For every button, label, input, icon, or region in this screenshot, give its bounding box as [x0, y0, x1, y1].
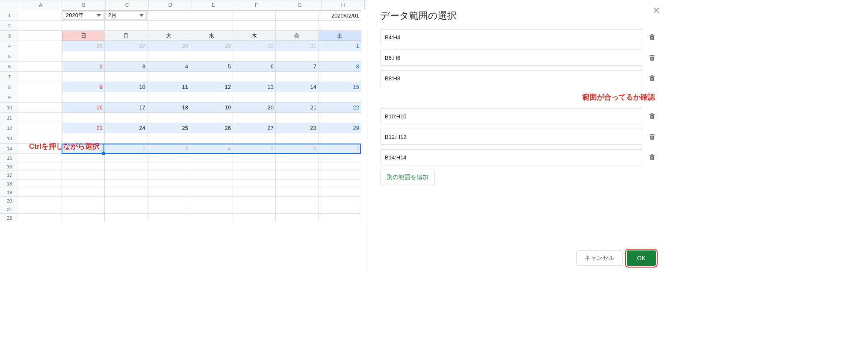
cell-D6[interactable]: 4 [148, 62, 190, 72]
row-header-4[interactable]: 4 [0, 41, 19, 51]
cell-D9[interactable] [148, 92, 190, 103]
year-dropdown[interactable]: 2020年 [63, 11, 104, 20]
cell-G17[interactable] [276, 171, 319, 179]
cell-F11[interactable] [233, 113, 276, 123]
cell-F17[interactable] [233, 171, 276, 179]
cell-A21[interactable] [19, 205, 62, 214]
range-input[interactable] [380, 108, 643, 124]
cell-E11[interactable] [190, 113, 233, 123]
row-header-10[interactable]: 10 [0, 103, 19, 113]
range-input[interactable] [380, 70, 643, 86]
cell-D2[interactable] [148, 21, 190, 31]
cell-A1[interactable] [19, 10, 62, 21]
cell-G22[interactable] [276, 214, 319, 222]
row-header-18[interactable]: 18 [0, 179, 19, 188]
cell-A7[interactable] [19, 72, 62, 82]
row-header-15[interactable]: 15 [0, 154, 19, 162]
cell-A18[interactable] [19, 179, 62, 188]
cell-G10[interactable]: 21 [276, 103, 319, 113]
cell-E21[interactable] [190, 205, 233, 214]
cell-A17[interactable] [19, 171, 62, 179]
cell-F13[interactable] [233, 133, 276, 144]
cell-A19[interactable] [19, 188, 62, 197]
cell-B2[interactable] [62, 21, 105, 31]
row-header-17[interactable]: 17 [0, 171, 19, 179]
cell-H1[interactable]: 2020/02/01 [319, 10, 361, 21]
cell-G21[interactable] [276, 205, 319, 214]
cell-B16[interactable] [62, 162, 105, 171]
cell-D21[interactable] [148, 205, 190, 214]
cell-C9[interactable] [105, 92, 148, 103]
cell-A2[interactable] [19, 21, 62, 31]
cell-H22[interactable] [319, 214, 361, 222]
cell-E4[interactable]: 29 [190, 41, 233, 51]
cell-F4[interactable]: 30 [233, 41, 276, 51]
cell-H4[interactable]: 1 [319, 41, 361, 51]
col-header-D[interactable]: D [149, 0, 192, 10]
trash-icon[interactable] [648, 153, 656, 162]
cell-D22[interactable] [148, 214, 190, 222]
close-icon[interactable]: ✕ [652, 5, 660, 16]
cell-G11[interactable] [276, 113, 319, 123]
range-input[interactable] [380, 129, 643, 145]
cell-E3[interactable]: 水 [190, 31, 233, 41]
row-header-2[interactable]: 2 [0, 21, 19, 31]
cell-C4[interactable]: 27 [105, 41, 148, 51]
cell-F9[interactable] [233, 92, 276, 103]
cell-B15[interactable] [62, 154, 105, 162]
cell-B6[interactable]: 2 [62, 62, 105, 72]
cell-G14[interactable]: 6 [276, 144, 319, 154]
cell-H16[interactable] [319, 162, 361, 171]
cell-E22[interactable] [190, 214, 233, 222]
cell-H15[interactable] [319, 154, 361, 162]
cell-B22[interactable] [62, 214, 105, 222]
row-header-13[interactable]: 13 [0, 133, 19, 144]
cell-E6[interactable]: 5 [190, 62, 233, 72]
cell-A4[interactable] [19, 41, 62, 51]
cell-E9[interactable] [190, 92, 233, 103]
cell-D17[interactable] [148, 171, 190, 179]
row-header-6[interactable]: 6 [0, 62, 19, 72]
cell-F20[interactable] [233, 197, 276, 205]
cell-F12[interactable]: 27 [233, 123, 276, 133]
trash-icon[interactable] [648, 112, 656, 121]
cell-C12[interactable]: 24 [105, 123, 148, 133]
row-header-19[interactable]: 19 [0, 188, 19, 197]
cell-D10[interactable]: 18 [148, 103, 190, 113]
cell-A10[interactable] [19, 103, 62, 113]
cancel-button[interactable]: キャンセル [576, 250, 623, 266]
cell-E7[interactable] [190, 72, 233, 82]
cell-E8[interactable]: 12 [190, 82, 233, 92]
cell-G8[interactable]: 14 [276, 82, 319, 92]
row-header-1[interactable]: 1 [0, 10, 19, 21]
cell-A22[interactable] [19, 214, 62, 222]
cell-G3[interactable]: 金 [276, 31, 319, 41]
cell-F19[interactable] [233, 188, 276, 197]
cell-F2[interactable] [233, 21, 276, 31]
cell-D8[interactable]: 11 [148, 82, 190, 92]
cell-H6[interactable]: 8 [319, 62, 361, 72]
cell-H7[interactable] [319, 72, 361, 82]
range-input[interactable] [380, 50, 643, 66]
spreadsheet[interactable]: A B C D E F G H 12020年2月2020/02/0123日月火水… [0, 0, 367, 274]
cell-C1[interactable]: 2月 [105, 10, 148, 21]
cell-G6[interactable]: 7 [276, 62, 319, 72]
cell-C5[interactable] [105, 51, 148, 62]
cell-G7[interactable] [276, 72, 319, 82]
cell-C10[interactable]: 17 [105, 103, 148, 113]
cell-D16[interactable] [148, 162, 190, 171]
cell-C22[interactable] [105, 214, 148, 222]
cell-G12[interactable]: 28 [276, 123, 319, 133]
col-header-H[interactable]: H [322, 0, 365, 10]
cell-E14[interactable]: 4 [190, 144, 233, 154]
cell-E19[interactable] [190, 188, 233, 197]
cell-B17[interactable] [62, 171, 105, 179]
cell-F7[interactable] [233, 72, 276, 82]
cell-A11[interactable] [19, 113, 62, 123]
cell-A5[interactable] [19, 51, 62, 62]
cell-H3[interactable]: 土 [319, 31, 361, 41]
cell-F10[interactable]: 20 [233, 103, 276, 113]
trash-icon[interactable] [648, 132, 656, 141]
cell-F21[interactable] [233, 205, 276, 214]
cell-C20[interactable] [105, 197, 148, 205]
